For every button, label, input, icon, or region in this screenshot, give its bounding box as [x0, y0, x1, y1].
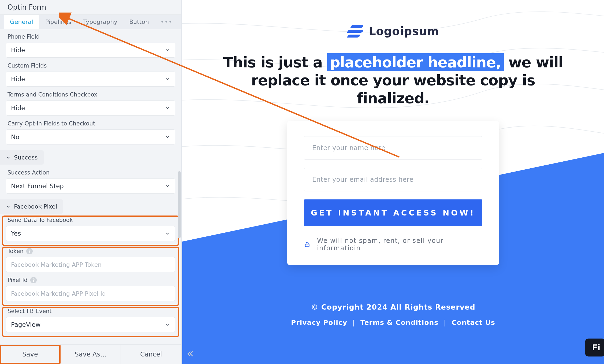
label-token: Token ?	[8, 248, 174, 254]
highlight-send-fb: Send Data To Facebook Yes	[3, 217, 178, 245]
svg-rect-0	[305, 244, 309, 247]
tab-button[interactable]: Button	[123, 15, 155, 29]
cancel-button[interactable]: Cancel	[121, 345, 181, 364]
select-custom-fields-value: Hide	[11, 76, 25, 83]
select-custom-fields[interactable]: Hide	[6, 72, 175, 87]
select-phone-field-value: Hide	[11, 47, 25, 54]
optin-card: Enter your name here Enter your email ad…	[287, 121, 499, 265]
label-carry: Carry Opt-in Fields to Checkout	[8, 120, 174, 127]
select-fb-event[interactable]: PageView	[6, 317, 175, 332]
section-success-label: Success	[14, 154, 38, 161]
chevron-down-icon	[6, 155, 11, 160]
help-icon[interactable]: ?	[30, 277, 37, 283]
logo-icon	[347, 23, 363, 39]
logo: Logoipsum	[347, 23, 439, 39]
select-send-fb-value: Yes	[11, 230, 21, 237]
label-pixel-id-text: Pixel Id	[8, 277, 28, 283]
chevron-down-icon	[165, 183, 170, 189]
label-token-text: Token	[8, 248, 24, 254]
section-facebook-pixel[interactable]: Facebook Pixel	[0, 199, 63, 214]
chevron-down-icon	[165, 134, 170, 140]
tab-general[interactable]: General	[4, 15, 39, 29]
label-pixel-id: Pixel Id ?	[8, 277, 174, 283]
scrollbar[interactable]	[178, 171, 181, 238]
email-input[interactable]: Enter your email address here	[304, 168, 482, 191]
select-fb-event-value: PageView	[11, 321, 40, 328]
footer-links: Privacy Policy | Terms & Conditions | Co…	[291, 319, 495, 326]
chevron-down-icon	[165, 76, 170, 82]
select-terms[interactable]: Hide	[6, 101, 175, 116]
copyright: © Copyright 2024 All Rights Reserved	[291, 303, 495, 311]
divider: |	[444, 319, 446, 326]
link-contact[interactable]: Contact Us	[452, 319, 495, 326]
page-headline: This is just a placeholder headline, we …	[216, 54, 570, 107]
label-custom-fields: Custom Fields	[8, 62, 174, 69]
input-token[interactable]: Facebook Marketing APP Token	[6, 257, 175, 272]
label-select-fb-event: Select FB Event	[8, 308, 174, 314]
label-success-action: Success Action	[8, 169, 174, 176]
select-carry-value: No	[11, 133, 19, 140]
tab-more-icon[interactable]: •••	[156, 15, 177, 29]
link-privacy[interactable]: Privacy Policy	[291, 319, 347, 326]
label-send-fb: Send Data To Facebook	[8, 217, 174, 223]
floating-fi-button[interactable]: Fi	[585, 339, 604, 356]
chevron-down-icon	[165, 322, 170, 327]
chevron-down-icon	[165, 47, 170, 53]
tab-pipelines[interactable]: Pipelines	[39, 15, 77, 29]
disclaimer: We will not spam, rent, or sell your inf…	[304, 237, 482, 252]
headline-pre: This is just a	[223, 54, 327, 71]
save-button[interactable]: Save	[0, 345, 61, 364]
lock-icon	[304, 241, 311, 248]
settings-sidebar: Optin Form General Pipelines Typography …	[0, 0, 182, 364]
chevron-down-icon	[165, 231, 170, 236]
sidebar-footer: Save Save As... Cancel	[0, 344, 181, 364]
help-icon[interactable]: ?	[26, 248, 33, 254]
sidebar-tabs: General Pipelines Typography Button •••	[0, 14, 181, 29]
disclaimer-text: We will not spam, rent, or sell your inf…	[317, 237, 482, 252]
headline-highlighted: placeholder headline,	[327, 53, 504, 71]
input-pixel-id[interactable]: Facebook Marketing APP Pixel Id	[6, 286, 175, 301]
collapse-sidebar-icon[interactable]	[186, 350, 194, 359]
divider: |	[353, 319, 355, 326]
cta-button[interactable]: GET INSTANT ACCESS NOW!	[304, 199, 482, 226]
select-phone-field[interactable]: Hide	[6, 43, 175, 58]
select-success-action[interactable]: Next Funnel Step	[6, 179, 175, 194]
label-phone-field: Phone Field	[8, 34, 174, 40]
label-terms: Terms and Conditions Checkbox	[8, 91, 174, 98]
chevron-down-icon	[6, 204, 11, 209]
page-canvas: Logoipsum This is just a placeholder hea…	[182, 0, 604, 364]
select-send-fb[interactable]: Yes	[6, 226, 175, 241]
tab-typography[interactable]: Typography	[77, 15, 123, 29]
name-input[interactable]: Enter your name here	[304, 136, 482, 160]
select-carry[interactable]: No	[6, 129, 175, 144]
chevron-down-icon	[165, 105, 170, 111]
select-success-action-value: Next Funnel Step	[11, 183, 64, 190]
highlight-select-fb-event: Select FB Event PageView	[3, 308, 178, 336]
sidebar-title: Optin Form	[0, 0, 181, 14]
link-terms[interactable]: Terms & Conditions	[360, 319, 438, 326]
select-terms-value: Hide	[11, 105, 25, 112]
save-as-button[interactable]: Save As...	[61, 345, 121, 364]
highlight-token-pixelid: Token ? Facebook Marketing APP Token Pix…	[3, 248, 178, 305]
page-footer: © Copyright 2024 All Rights Reserved Pri…	[291, 303, 495, 326]
logo-text: Logoipsum	[369, 25, 439, 38]
section-success[interactable]: Success	[0, 150, 44, 165]
section-facebook-pixel-label: Facebook Pixel	[14, 203, 57, 210]
